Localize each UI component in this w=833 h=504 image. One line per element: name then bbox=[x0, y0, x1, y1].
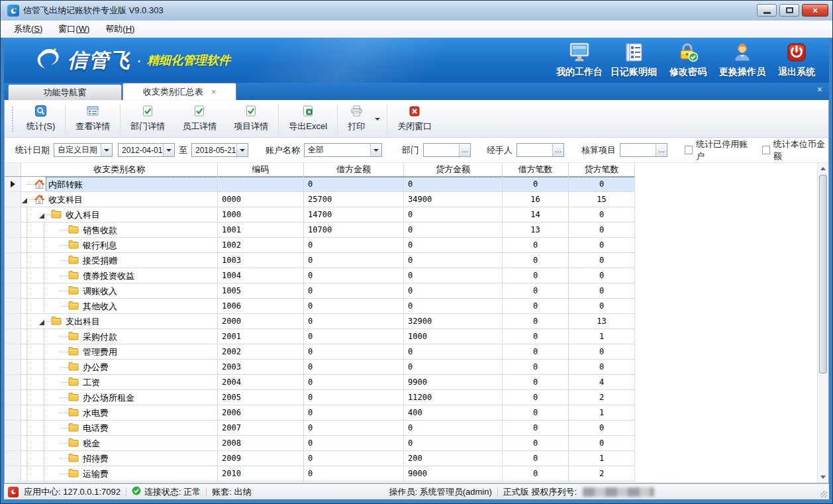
table-row[interactable]: 20080000税金 bbox=[5, 436, 817, 451]
department-input[interactable] bbox=[424, 144, 459, 156]
dropdown-icon[interactable] bbox=[101, 144, 112, 156]
checkbox-label: 统计本位币金额 bbox=[773, 138, 828, 162]
department-detail-button[interactable]: 部门详情 bbox=[122, 103, 173, 135]
table-row[interactable]: 2006040001水电费 bbox=[5, 405, 817, 421]
maximize-button[interactable] bbox=[779, 4, 799, 17]
ellipsis-lookup-icon[interactable]: … bbox=[656, 144, 667, 156]
table-row[interactable]: 10020000银行利息 bbox=[5, 238, 817, 253]
table-row[interactable]: 10050000调账收入 bbox=[5, 283, 817, 299]
menu-system[interactable]: 系统(S) bbox=[7, 21, 49, 37]
close-button[interactable]: × bbox=[802, 4, 828, 17]
table-row[interactable]: 000025700349001615收支科目 bbox=[5, 192, 817, 207]
agent-input[interactable] bbox=[517, 144, 552, 156]
journal-detail-button[interactable]: 日记账明细 bbox=[607, 40, 661, 81]
exit-system-button[interactable]: 退出系统 bbox=[769, 40, 824, 81]
header-code[interactable]: 编码 bbox=[218, 163, 304, 176]
change-password-button[interactable]: 修改密码 bbox=[661, 40, 715, 81]
date-mode-select[interactable]: 自定义日期 bbox=[54, 143, 113, 157]
statistics-button[interactable]: 统计(S) bbox=[18, 103, 64, 135]
titlebar[interactable]: 信管飞出纳记账软件专业版 V9.0.303 × bbox=[1, 1, 832, 21]
account-select[interactable]: 全部 bbox=[304, 143, 382, 157]
table-row[interactable]: 20040990004工资 bbox=[5, 375, 817, 390]
include-disabled-accounts-checkbox[interactable]: 统计已停用账户 bbox=[685, 138, 751, 162]
checkbox-label: 统计已停用账户 bbox=[696, 138, 751, 162]
cell-debit_count: 0 bbox=[503, 283, 569, 299]
project-detail-button[interactable]: 项目详情 bbox=[225, 103, 277, 135]
table-row[interactable]: 20030000办公费 bbox=[5, 360, 817, 375]
tree-expander-icon[interactable] bbox=[39, 320, 44, 325]
tabstrip-close-icon[interactable]: × bbox=[817, 85, 822, 94]
cell-code: 0000 bbox=[218, 192, 304, 207]
table-row[interactable]: 20010100001采购付款 bbox=[5, 329, 817, 344]
workbench-button[interactable]: 我的工作台 bbox=[552, 40, 607, 81]
scroll-up-button[interactable] bbox=[818, 163, 828, 174]
table-row[interactable]: 10030000接受捐赠 bbox=[5, 253, 817, 268]
journal-detail-label: 日记账明细 bbox=[611, 66, 657, 78]
checkbox-icon[interactable] bbox=[762, 146, 770, 154]
print-dropdown-caret-icon[interactable] bbox=[375, 118, 380, 121]
table-row[interactable]: 2009020001招待费 bbox=[5, 451, 817, 466]
row-indicator-cell bbox=[5, 375, 21, 390]
export-excel-label: 导出Excel bbox=[289, 121, 327, 132]
date-from-select[interactable]: 2012-04-01 bbox=[118, 143, 175, 157]
menu-help[interactable]: 帮助(H) bbox=[99, 21, 141, 37]
department-lookup[interactable]: … bbox=[423, 143, 471, 157]
header-category-name[interactable]: 收支类别名称 bbox=[21, 163, 218, 176]
tree-guide bbox=[25, 184, 34, 185]
switch-operator-button[interactable]: 更换操作员 bbox=[715, 40, 769, 81]
dropdown-icon[interactable] bbox=[370, 144, 381, 156]
cell-credit_count: 2 bbox=[569, 390, 635, 405]
date-to-select[interactable]: 2018-05-21 bbox=[191, 143, 248, 157]
ellipsis-lookup-icon[interactable]: … bbox=[459, 144, 470, 156]
print-button[interactable]: 打印 bbox=[339, 103, 373, 135]
toolbar-drag-handle[interactable] bbox=[12, 107, 13, 132]
date-from-value: 2012-04-01 bbox=[119, 146, 163, 155]
vertical-scrollbar[interactable] bbox=[817, 163, 828, 483]
tree-expander-icon[interactable] bbox=[22, 198, 27, 203]
tab-close-icon[interactable]: × bbox=[211, 87, 217, 96]
header-debit-amount[interactable]: 借方金额 bbox=[304, 163, 404, 176]
base-currency-checkbox[interactable]: 统计本位币金额 bbox=[762, 138, 828, 162]
header-credit-amount[interactable]: 贷方金额 bbox=[404, 163, 503, 176]
category-name: 接受捐赠 bbox=[83, 255, 117, 267]
table-row[interactable]: 1000147000140收入科目 bbox=[5, 207, 817, 223]
table-row[interactable]: 2000032900013支出科目 bbox=[5, 314, 817, 329]
scrollbar-thumb[interactable] bbox=[819, 175, 827, 374]
table-row[interactable]: 20020000管理费用 bbox=[5, 344, 817, 360]
tab-income-expense-summary[interactable]: 收支类别汇总表 × bbox=[122, 83, 236, 100]
folder-icon bbox=[51, 316, 62, 327]
scroll-down-button[interactable] bbox=[818, 472, 828, 483]
close-window-button[interactable]: 关闭窗口 bbox=[389, 103, 440, 135]
project-lookup[interactable]: … bbox=[620, 143, 667, 157]
folder-icon bbox=[68, 423, 79, 433]
category-name: 电话费 bbox=[83, 423, 109, 434]
resize-grip[interactable] bbox=[820, 491, 827, 497]
category-name: 水电费 bbox=[83, 407, 109, 419]
tree-expander-icon[interactable] bbox=[39, 213, 44, 219]
menu-window[interactable]: 窗口(W) bbox=[52, 21, 96, 37]
cell-debit: 0 bbox=[304, 177, 404, 192]
tree-guide bbox=[60, 291, 68, 291]
tab-navigation-pane[interactable]: 功能导航窗 bbox=[8, 84, 122, 100]
table-row[interactable]: 200501120002办公场所租金 bbox=[5, 390, 817, 405]
row-indicator-cell bbox=[5, 192, 21, 207]
view-detail-button[interactable]: 查看详情 bbox=[67, 103, 119, 135]
minimize-button[interactable] bbox=[757, 4, 777, 17]
table-row[interactable]: 0000内部转账 bbox=[5, 177, 817, 192]
table-row[interactable]: 20070000电话费 bbox=[5, 421, 817, 436]
agent-lookup[interactable]: … bbox=[516, 143, 564, 157]
dropdown-icon[interactable] bbox=[236, 144, 248, 156]
ellipsis-lookup-icon[interactable]: … bbox=[552, 144, 564, 156]
table-row[interactable]: 10060000其他收入 bbox=[5, 299, 817, 314]
project-input[interactable] bbox=[620, 144, 656, 156]
dropdown-icon[interactable] bbox=[163, 144, 174, 156]
cell-category-name bbox=[21, 375, 218, 390]
export-excel-button[interactable]: 导出Excel bbox=[280, 103, 336, 135]
header-credit-count[interactable]: 贷方笔数 bbox=[569, 163, 635, 176]
checkbox-icon[interactable] bbox=[685, 146, 693, 154]
table-row[interactable]: 10040000债券投资收益 bbox=[5, 268, 817, 283]
staff-detail-button[interactable]: 员工详情 bbox=[173, 103, 225, 135]
table-row[interactable]: 1001107000130销售收款 bbox=[5, 223, 817, 238]
table-row[interactable]: 20100900002运输费 bbox=[5, 466, 817, 481]
header-debit-count[interactable]: 借方笔数 bbox=[503, 163, 569, 176]
